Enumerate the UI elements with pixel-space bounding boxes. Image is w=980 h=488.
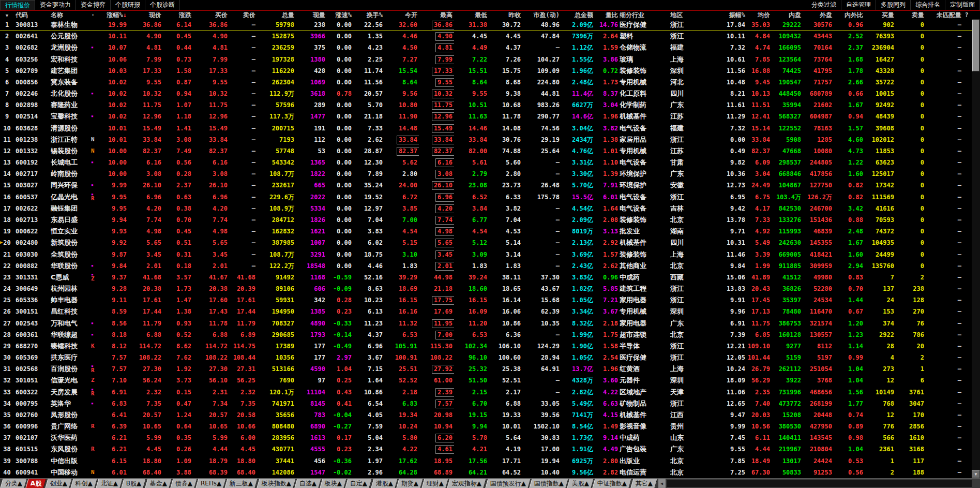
table-row[interactable]: 11001238浙江正特N10.0133.843.0833.84—7193112… xyxy=(0,134,980,145)
table-row[interactable]: 18002713东易日盛9.947.740.707.74—28471218260… xyxy=(0,214,980,226)
header-in-out-ratio[interactable]: 内外比 xyxy=(834,11,865,19)
table-row[interactable]: 16600537亿晶光电▪R9.956.960.636.96—229.6万202… xyxy=(0,191,980,203)
market-tab-23[interactable]: 其它▲ xyxy=(630,479,657,488)
table-row[interactable]: 24300649杭州园林9.2820.381.7320.3820.3989106… xyxy=(0,283,980,294)
table-row[interactable]: 37002107沃华医药6.215.990.355.996.0028395616… xyxy=(0,432,980,443)
table-row[interactable]: 2002641公元股份10.114.900.454.90—15287539660… xyxy=(0,31,980,42)
header-volume[interactable]: 总量 xyxy=(257,11,296,19)
market-tab-5[interactable]: 北证▲ xyxy=(96,479,123,488)
market-tab-16[interactable]: 期货▲ xyxy=(396,479,423,488)
market-tab-20[interactable]: 国债指数▲ xyxy=(529,479,568,488)
market-tab-7[interactable]: 基金▲ xyxy=(145,479,172,488)
table-row[interactable]: 22000882华联股份▪9.842.010.182.01—122.2万1854… xyxy=(0,260,980,272)
header-unmatched[interactable]: 未匹配量 xyxy=(926,11,963,19)
table-row[interactable]: 5002789建艺集团10.0317.331.5817.33—116220428… xyxy=(0,65,980,77)
tab-scroll-left-button[interactable]: ◀ xyxy=(658,479,666,488)
table-row[interactable]: 23301331C恩威▪Z9.3741.683.5741.6741.689149… xyxy=(0,272,980,283)
menu-item-5[interactable]: 个股诊断 xyxy=(145,0,180,10)
table-row[interactable]: 33600322天房发展▪R6.912.320.152.312.32120.1万… xyxy=(0,387,980,398)
header-bid[interactable]: 买价 xyxy=(193,11,229,19)
market-tab-1[interactable]: 分类▲ xyxy=(0,479,27,488)
table-row[interactable]: 17002622融钰集团9.954.200.384.20—108.9万53340… xyxy=(0,203,980,214)
table-row[interactable]: 6000856冀东装备10.029.550.879.55—26230410690… xyxy=(0,77,980,88)
vertical-scrollbar[interactable]: ▼ xyxy=(972,19,980,478)
table-row[interactable]: 15003027同兴环保▪9.9926.102.3726.10—23261766… xyxy=(0,180,980,191)
table-row[interactable]: 26300151昌红科技8.5917.441.3817.4317.4419495… xyxy=(0,306,980,317)
market-tab-11[interactable]: 板块指数▲ xyxy=(257,479,296,488)
table-row[interactable]: 34000795英洛华▪6.837.350.477.347.3574197181… xyxy=(0,398,980,409)
table-row[interactable]: 36600996贵广网络R6.3910.650.6410.6510.668084… xyxy=(0,421,980,432)
table-row[interactable]: 25605336帅丰电器9.1117.611.4717.6017.6159931… xyxy=(0,294,980,306)
market-tab-14[interactable]: 自定▲ xyxy=(345,479,372,488)
header-region[interactable]: 地区 xyxy=(670,11,703,19)
menu-tool-3[interactable]: 多股同列 xyxy=(876,0,911,10)
market-tab-15[interactable]: 港股▲ xyxy=(371,479,398,488)
header-change-pct[interactable]: 涨幅%↓ xyxy=(103,11,128,19)
header-vol-ratio[interactable]: 量比 xyxy=(595,11,620,19)
menu-item-3[interactable]: 资金博弈 xyxy=(76,0,111,10)
header-high[interactable]: 最高 xyxy=(419,11,454,19)
header-amount[interactable]: 总金额 xyxy=(561,11,595,19)
market-tab-10[interactable]: 新三板▲ xyxy=(225,479,258,488)
market-tab-13[interactable]: 板块▲ xyxy=(320,479,347,488)
menu-tool-2[interactable]: 自选管理 xyxy=(841,0,876,10)
table-row[interactable]: 40600941中国移动N6.0168.403.8868.3968.401420… xyxy=(0,467,980,478)
market-tab-17[interactable]: 理财▲ xyxy=(422,479,449,488)
table-row[interactable]: 13600192长城电工▪10.006.160.566.16—543342136… xyxy=(0,157,980,168)
header-industry[interactable]: 细分行业 xyxy=(620,11,670,19)
table-row[interactable]: 12001332锡装股份N10.0082.377.4982.37—5774853… xyxy=(0,145,980,157)
table-row[interactable]: 4603256宏和科技10.067.990.737.99—19732813800… xyxy=(0,54,980,65)
header-ask-vol[interactable]: 卖量 xyxy=(896,11,926,19)
menu-tool-4[interactable]: 综合排名 xyxy=(911,0,945,10)
table-row[interactable]: 31002568百润股份▪R7.5727.301.9227.3027.31513… xyxy=(0,363,980,375)
header-avg-price[interactable]: 均价 xyxy=(747,11,772,19)
header-inner-vol[interactable]: 内盘 xyxy=(772,11,803,19)
sort-corner-button[interactable]: ▼ xyxy=(0,11,16,20)
scrollbar-down-arrow-icon[interactable]: ▼ xyxy=(972,470,980,478)
header-open[interactable]: 今开 xyxy=(384,11,419,19)
market-tab-21[interactable]: 美股▲ xyxy=(567,479,594,488)
header-amplitude[interactable]: 振幅% xyxy=(703,11,747,19)
market-tab-8[interactable]: 债券▲ xyxy=(170,479,197,488)
market-tab-22[interactable]: 中证指数▲ xyxy=(593,479,632,488)
header-turnover[interactable]: 换手% xyxy=(353,11,384,19)
menu-item-4[interactable]: 个股研报 xyxy=(111,0,145,10)
header-bid-vol[interactable]: 买量 xyxy=(865,11,896,19)
market-tab-3[interactable]: 创业▲ xyxy=(45,479,72,488)
table-row[interactable]: 38601515东风股份R6.214.450.264.444.454307714… xyxy=(0,443,980,455)
table-row[interactable]: 3002682龙洲股份▪10.074.810.444.81—2362593750… xyxy=(0,42,980,53)
header-price[interactable]: 现价 xyxy=(128,11,163,19)
header-code[interactable]: 代码 xyxy=(16,11,51,19)
table-row[interactable]: 27002543万和电气▪8.5611.790.9311.7811.797083… xyxy=(0,317,980,329)
header-change[interactable]: 涨跌 xyxy=(163,11,193,19)
table-row[interactable]: 14002717岭南股份10.003.080.283.08—108.7万1822… xyxy=(0,168,980,180)
table-row[interactable]: 28600361华联综超▪8.186.880.526.886.892906851… xyxy=(0,329,980,341)
header-name[interactable]: 名称 xyxy=(51,11,91,19)
table-row[interactable]: 39300788中信出版6.1518.801.0918.7918.8037441… xyxy=(0,455,980,467)
table-row[interactable]: 8002898赛隆药业10.0211.751.0711.75—575962890… xyxy=(0,99,980,111)
menu-item-2[interactable]: 资金驱动力 xyxy=(35,0,76,10)
table-row[interactable]: 19000622恒立实业9.934.980.454.98—16283216210… xyxy=(0,226,980,237)
help-icon[interactable]: ? xyxy=(963,11,972,19)
market-tab-18[interactable]: 宏观指标▲ xyxy=(447,479,487,488)
table-row[interactable]: 32301051信濠光电Z7.1056.243.7356.1056.257690… xyxy=(0,375,980,386)
market-tab-2[interactable]: A股 xyxy=(26,479,47,488)
header-prev-close[interactable]: 昨收 xyxy=(489,11,522,19)
table-row[interactable]: 21603030全筑股份9.873.450.313.45—108.7万32910… xyxy=(0,248,980,260)
header-pe[interactable]: 市盈(动) xyxy=(522,11,561,19)
market-tab-4[interactable]: 科创▲ xyxy=(70,479,97,488)
header-outer-vol[interactable]: 外盘 xyxy=(803,11,834,19)
header-ask[interactable]: 卖价 xyxy=(229,11,257,19)
header-cur-volume[interactable]: 现量 xyxy=(296,11,327,19)
menu-tool-5[interactable]: 定制版面 xyxy=(945,0,980,10)
menu-item-1[interactable]: 行情报价 xyxy=(0,0,35,10)
table-row[interactable]: 7002246北化股份▪10.0210.320.9410.32—112.9万36… xyxy=(0,88,980,99)
menu-tool-1[interactable]: 分类过滤 xyxy=(807,0,841,10)
table-row[interactable]: 1300813泰林生物19.9936.866.1436.86—597982380… xyxy=(0,19,980,31)
table-row[interactable]: 29688270臻镭科技K8.12114.728.62114.72114.751… xyxy=(0,341,980,352)
market-tab-9[interactable]: REITs▲ xyxy=(196,479,227,488)
market-tab-12[interactable]: 自选▲ xyxy=(294,479,321,488)
table-row[interactable]: 9002514宝馨科技▪10.0212.961.1812.96—117.3万14… xyxy=(0,111,980,122)
table-row[interactable]: ▶20002480新筑股份9.925.650.515.65—3879851007… xyxy=(0,237,980,248)
header-low[interactable]: 最低 xyxy=(454,11,489,19)
